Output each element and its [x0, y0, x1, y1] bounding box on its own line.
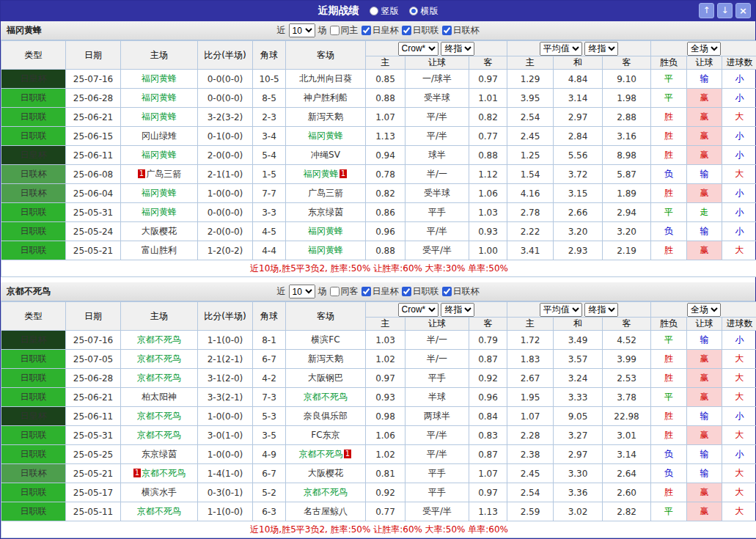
col-score: 比分(半场)	[198, 302, 253, 331]
corner-count: 2-3	[253, 108, 286, 127]
emperor-cup-label: 日皇杯	[373, 24, 399, 37]
team-label: 福冈黄蜂	[308, 226, 343, 236]
league-cup-checkbox[interactable]	[442, 26, 452, 35]
result-handicap: 赢	[687, 426, 722, 445]
move-up-button[interactable]: ↑	[699, 3, 714, 18]
j1-league-checkbox[interactable]	[402, 287, 411, 296]
j1-league-filter[interactable]: 日职联	[402, 24, 439, 37]
result-handicap: 输	[687, 222, 722, 241]
result-handicap: 输	[687, 464, 722, 483]
fulltime-select[interactable]: 全场	[687, 303, 721, 317]
j1-league-filter[interactable]: 日职联	[402, 285, 439, 298]
summary-row: 近10场,胜5平3负2, 胜率:50% 让胜率:60% 大率:50% 单率:60…	[1, 521, 756, 538]
emperor-cup-filter[interactable]: 日皇杯	[362, 24, 399, 37]
result-outcome: 平	[651, 89, 687, 108]
corner-count: 7-3	[253, 388, 286, 407]
result-goals: 小	[722, 146, 756, 165]
avg-home: 1.07	[507, 407, 554, 426]
away-team: 福冈黄蜂	[286, 127, 366, 146]
score: 1-1(0-0)	[198, 502, 253, 521]
score: 0-0(0-0)	[198, 70, 253, 89]
result-goals: 大	[722, 426, 756, 445]
odds-handicap: 半/一	[405, 350, 469, 369]
home-team: 福冈黄蜂	[121, 184, 198, 203]
layout-horizontal-radio[interactable]: 横版	[409, 5, 438, 18]
league-cup-label: 日联杯	[453, 24, 480, 37]
emperor-cup-checkbox[interactable]	[362, 287, 371, 296]
home-team: 京都不死鸟	[121, 369, 198, 388]
away-team: 北九州向日葵	[286, 70, 366, 89]
layout-vertical-radio[interactable]: 竖版	[370, 5, 399, 18]
odds-handicap: 受半球	[405, 89, 469, 108]
home-team: 福冈黄蜂	[121, 89, 198, 108]
score: 0-0(0-0)	[198, 203, 253, 222]
j1-league-checkbox[interactable]	[402, 26, 411, 35]
result-handicap: 赢	[687, 241, 722, 260]
radio-icon[interactable]	[370, 7, 378, 15]
result-outcome: 胜	[651, 241, 687, 260]
corner-count: 4-4	[253, 241, 286, 260]
away-team: 大阪樱花	[286, 464, 366, 483]
score: 2-0(0-0)	[198, 146, 253, 165]
avg-home: 2.38	[507, 445, 554, 464]
col-odds-away: 客	[469, 318, 507, 331]
result-outcome: 平	[651, 203, 687, 222]
result-goals: 大	[722, 350, 756, 369]
odds-time-select[interactable]: 终指	[441, 42, 474, 56]
col-home: 主场	[121, 302, 198, 331]
avg-draw: 3.24	[554, 369, 603, 388]
result-handicap: 赢	[687, 127, 722, 146]
odds-away: 0.93	[469, 222, 507, 241]
same-venue-checkbox[interactable]	[330, 287, 340, 296]
red-card-badge: 1	[138, 169, 145, 178]
odds-away: 1.03	[469, 203, 507, 222]
average-time-select[interactable]: 终指	[584, 42, 618, 56]
avg-away: 8.98	[603, 146, 651, 165]
odds-away: 0.84	[469, 407, 507, 426]
team-label: 广岛三箭	[146, 169, 181, 179]
average-select[interactable]: 平均值	[540, 42, 582, 56]
move-down-button[interactable]: ↓	[717, 3, 733, 18]
team-label: 福冈黄蜂	[308, 131, 343, 141]
same-venue-checkbox[interactable]	[330, 26, 340, 35]
match-date: 25-06-11	[66, 146, 121, 165]
window-buttons: ↑ ↓ ×	[699, 3, 751, 18]
league-cup-label: 日联杯	[453, 285, 480, 298]
avg-home: 2.59	[507, 502, 554, 521]
same-venue-filter[interactable]: 同主	[330, 24, 359, 37]
odds-away: 0.96	[469, 388, 507, 407]
result-outcome: 平	[651, 70, 687, 89]
average-time-select[interactable]: 终指	[584, 303, 618, 317]
match-count-select[interactable]: 10	[289, 285, 315, 298]
fulltime-select[interactable]: 全场	[687, 42, 721, 56]
result-goals: 小	[722, 445, 756, 464]
odds-company-select[interactable]: Crow*	[398, 42, 438, 56]
league-cup-checkbox[interactable]	[442, 287, 452, 296]
odds-time-select[interactable]: 终指	[441, 303, 474, 317]
league-cup-filter[interactable]: 日联杯	[442, 285, 480, 298]
result-handicap: 赢	[687, 350, 722, 369]
match-count-select[interactable]: 10	[289, 23, 315, 37]
radio-selected-icon[interactable]	[409, 7, 418, 15]
home-team: 横滨水手	[121, 483, 198, 502]
result-handicap: 输	[687, 407, 722, 426]
result-handicap: 赢	[687, 502, 722, 521]
league-cup-filter[interactable]: 日联杯	[442, 24, 480, 37]
team-section-kyoto: 京都不死鸟 近 10 场 同客 日皇杯 日职联 日联杯 类型 日期	[1, 282, 755, 538]
avg-draw: 3.33	[554, 388, 603, 407]
avg-away: 1.98	[603, 89, 651, 108]
emperor-cup-filter[interactable]: 日皇杯	[362, 285, 399, 298]
result-handicap: 输	[687, 165, 722, 184]
avg-draw: 2.97	[554, 108, 603, 127]
average-select[interactable]: 平均值	[540, 303, 582, 317]
team-label: 横滨FC	[311, 334, 340, 345]
corner-count: 7-7	[253, 184, 286, 203]
odds-company-select[interactable]: Crow*	[398, 303, 438, 317]
avg-draw: 2.97	[554, 445, 603, 464]
close-button[interactable]: ×	[735, 3, 751, 18]
same-venue-filter[interactable]: 同客	[330, 285, 359, 298]
emperor-cup-checkbox[interactable]	[362, 26, 371, 35]
result-outcome: 负	[651, 464, 687, 483]
result-outcome: 平	[651, 388, 687, 407]
team-label: 京都不死鸟	[137, 334, 181, 345]
